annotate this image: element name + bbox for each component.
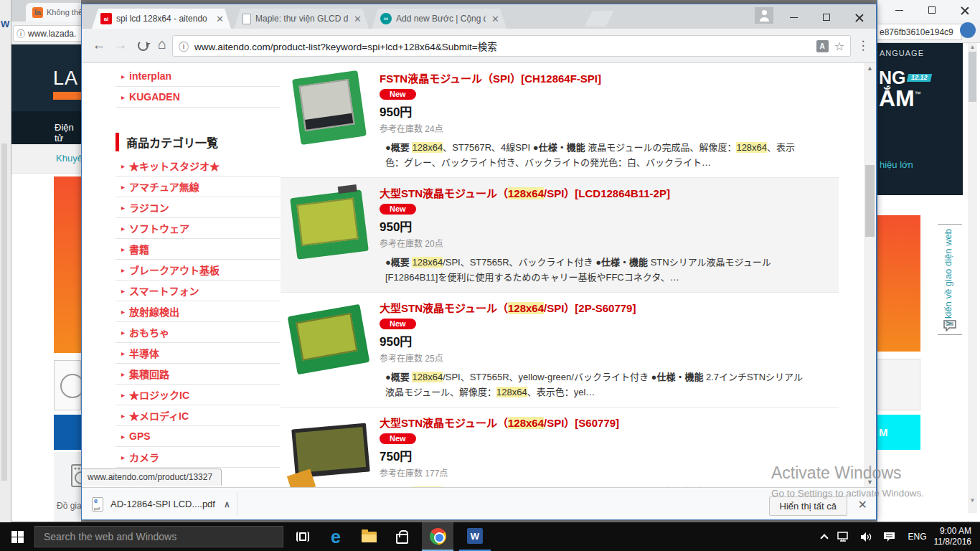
- sidebar-item[interactable]: ▸ ブレークアウト基板: [116, 260, 281, 281]
- scroll-down-icon[interactable]: ▼: [864, 479, 876, 486]
- product-image[interactable]: [288, 185, 371, 263]
- sidebar-item[interactable]: ▸ ★キットスタジオ★: [116, 156, 281, 176]
- volume-icon[interactable]: [860, 532, 873, 542]
- close-download-bar-icon[interactable]: ✕: [858, 498, 867, 512]
- sidebar-item[interactable]: ▸ GPS: [116, 426, 281, 447]
- file-explorer-taskbar-button[interactable]: [353, 522, 385, 551]
- taskbar-search-input[interactable]: Search the web and Windows: [34, 526, 283, 547]
- search-placeholder: Search the web and Windows: [44, 531, 176, 542]
- scrollbar-thumb[interactable]: [865, 165, 875, 237]
- profile-avatar[interactable]: [755, 7, 773, 24]
- feedback-button[interactable]: ý kiến về giao diện web: [938, 224, 962, 335]
- scroll-up-icon[interactable]: ▲: [864, 65, 876, 72]
- sidebar-item[interactable]: ▸ 半導体: [116, 343, 281, 364]
- product-image[interactable]: [288, 415, 371, 487]
- taskbar-clock[interactable]: 9:00 AM 11/8/2016: [934, 526, 972, 547]
- maximize-button[interactable]: [815, 9, 838, 26]
- lazada-blue-tile[interactable]: [54, 415, 81, 450]
- right-window-toolbar: e876fb3610e194c9: [877, 20, 980, 43]
- tab-aitendo[interactable]: ai spi lcd 128x64 - aitendo ✕: [92, 9, 231, 29]
- back-icon[interactable]: ←: [90, 37, 108, 53]
- sidebar-item[interactable]: ▸ ★ロジックIC: [116, 385, 281, 405]
- language-indicator[interactable]: ENG: [908, 532, 926, 542]
- lazada-browser-window[interactable]: la Không thể rẻ h ⓘ www.lazada. LA Điện …: [11, 0, 81, 522]
- sidebar-item[interactable]: ▸ interplan: [116, 66, 281, 87]
- address-bar[interactable]: ⓘ www.aitendo.com/product-list?keyword=s…: [172, 35, 851, 57]
- close-button[interactable]: [848, 9, 871, 26]
- right-browser-window[interactable]: e876fb3610e194c9 ANGUAGE NG12.12 ẮM™ hiệ…: [877, 0, 980, 522]
- sidebar-item[interactable]: ▸ アマチュア無線: [116, 176, 281, 197]
- new-tab-button[interactable]: [584, 11, 614, 27]
- product-image[interactable]: [288, 300, 371, 377]
- lazada-tab[interactable]: la Không thể rẻ h: [26, 3, 81, 22]
- scrollbar-thumb[interactable]: [969, 52, 976, 102]
- tab-arduino[interactable]: ∞ Add new Bước | Cộng đồ ✕: [372, 9, 507, 29]
- download-item[interactable]: epdf AD-12864-SPI LCD....pdf ∧: [92, 493, 230, 515]
- language-label[interactable]: ANGUAGE: [880, 49, 924, 57]
- scroll-up-icon[interactable]: ▲: [968, 44, 977, 50]
- sidebar-item[interactable]: ▸ ソフトウェア: [116, 218, 281, 239]
- sidebar-item-label: ★メロディIC: [129, 408, 189, 423]
- right-address-bar[interactable]: e876fb3610e194c9: [877, 24, 962, 40]
- content-scrollbar[interactable]: ▲ ▼: [864, 63, 876, 487]
- tab-maple[interactable]: Maple: thư viện GLCD di ✕: [234, 9, 369, 29]
- product-title-link[interactable]: 大型STN液晶モジュール（128x64/SPI）[S60779]: [380, 415, 810, 430]
- tab-close-icon[interactable]: ✕: [490, 14, 501, 24]
- product-title-link[interactable]: 大型STN液晶モジュール（128x64/SPI）[LCD12864B11-2P]: [380, 185, 810, 200]
- lazada-nav-item[interactable]: Điện tử: [55, 122, 81, 143]
- sidebar-item[interactable]: ▸ 放射線検出: [116, 301, 281, 322]
- lazada-address-bar[interactable]: ⓘ www.lazada.: [13, 25, 81, 42]
- sidebar-item[interactable]: ▸ おもちゃ: [116, 322, 281, 343]
- menu-dots-icon[interactable]: ⋮: [856, 38, 870, 53]
- lazada-promo-link[interactable]: Khuyế: [56, 153, 83, 164]
- sidebar-item[interactable]: ▸ KUGADEN: [116, 87, 281, 108]
- lazada-header: LA: [11, 44, 81, 111]
- sidebar-item[interactable]: ▸ ラジコン: [116, 197, 281, 218]
- translate-icon[interactable]: A: [816, 40, 829, 52]
- right-banner-tile[interactable]: [877, 215, 920, 352]
- info-icon[interactable]: ⓘ: [179, 39, 189, 53]
- sidebar-item[interactable]: ▸ ★メロディIC: [116, 405, 281, 426]
- sidebar-item[interactable]: ▸ スマートフォン: [116, 281, 281, 301]
- start-button[interactable]: [0, 522, 34, 551]
- windows-logo-icon: [11, 531, 24, 543]
- show-hidden-icons-button[interactable]: [821, 532, 827, 541]
- product-image[interactable]: [288, 70, 371, 148]
- tab-close-icon[interactable]: ✕: [215, 14, 225, 24]
- right-cyan-tile[interactable]: M: [877, 415, 920, 450]
- task-view-button[interactable]: [287, 522, 319, 551]
- scroll-down-icon[interactable]: ▼: [968, 497, 977, 504]
- url-text[interactable]: www.aitendo.com/product-list?keyword=spi…: [194, 39, 816, 53]
- chrome-taskbar-button[interactable]: [422, 522, 453, 551]
- new-badge: New: [380, 204, 416, 215]
- action-center-icon[interactable]: [883, 532, 895, 542]
- lazada-search-box[interactable]: [54, 360, 81, 410]
- bookmark-star-icon[interactable]: ☆: [834, 39, 844, 53]
- network-icon[interactable]: [837, 532, 850, 542]
- brand-link[interactable]: hiệu lớn: [880, 159, 913, 170]
- word-taskbar-button[interactable]: W: [459, 522, 491, 551]
- chevron-up-icon[interactable]: ∧: [224, 499, 230, 509]
- show-all-downloads-button[interactable]: Hiển thị tất cả: [769, 496, 848, 516]
- lazada-category-tile[interactable]: Đồ gia: [54, 452, 81, 522]
- sidebar-item[interactable]: ▸ カメラ: [116, 447, 281, 468]
- product-title-link[interactable]: FSTN液晶モジュール（SPI）[CH12864F-SPI]: [380, 70, 810, 85]
- minimize-button[interactable]: [887, 1, 910, 19]
- maximize-button[interactable]: [920, 1, 943, 19]
- right-scrollbar[interactable]: ▲ ▼: [968, 43, 977, 513]
- minimize-button[interactable]: [782, 9, 805, 26]
- close-button[interactable]: [953, 1, 976, 19]
- forward-icon[interactable]: →: [112, 37, 129, 53]
- sidebar-item[interactable]: ▸ 書籍: [116, 239, 281, 260]
- browser-toolbar: ← → ⌂ ⓘ www.aitendo.com/product-list?key…: [82, 29, 876, 63]
- product-title-link[interactable]: 大型STN液晶モジュール（128x64/SPI）[2P-S60779]: [380, 300, 810, 315]
- lazada-banner[interactable]: [54, 176, 81, 353]
- store-taskbar-button[interactable]: [386, 522, 418, 551]
- chrome-window[interactable]: ai spi lcd 128x64 - aitendo ✕ Maple: thư…: [81, 4, 877, 520]
- edge-taskbar-button[interactable]: e: [320, 522, 352, 551]
- right-gray-tile[interactable]: [877, 359, 920, 410]
- tab-close-icon[interactable]: ✕: [352, 14, 363, 24]
- home-icon[interactable]: ⌂: [154, 36, 171, 52]
- refresh-icon[interactable]: [138, 40, 149, 51]
- sidebar-item[interactable]: ▸ 集積回路: [116, 364, 281, 385]
